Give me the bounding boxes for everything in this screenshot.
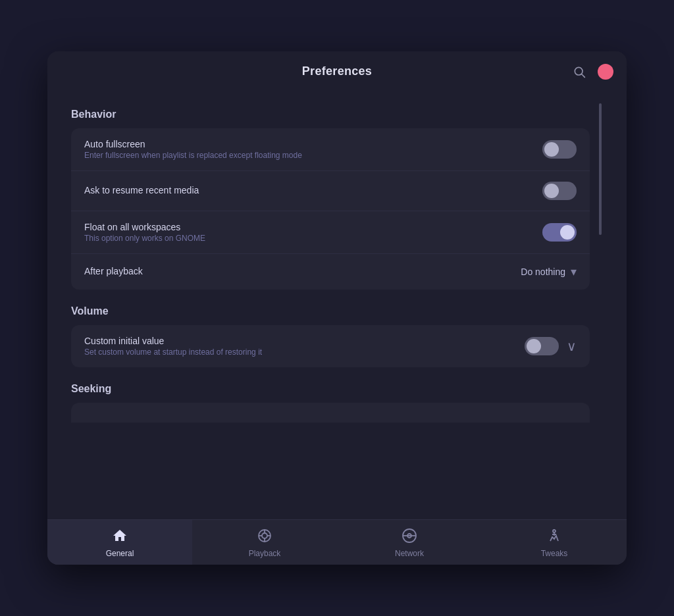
auto-fullscreen-label: Auto fullscreen (84, 139, 542, 149)
search-icon (573, 65, 586, 78)
nav-tweaks[interactable]: Tweaks (482, 520, 627, 565)
after-playback-value: Do nothing (521, 267, 565, 277)
after-playback-dropdown[interactable]: Do nothing ▾ (521, 265, 577, 279)
content-area: Behavior Auto fullscreen Enter fullscree… (47, 91, 627, 519)
network-icon (402, 528, 417, 546)
titlebar-actions (570, 63, 613, 81)
nav-general[interactable]: General (47, 520, 192, 565)
after-playback-label: After playback (84, 266, 521, 276)
preferences-window: Preferences Behavior Auto fullscreen En (47, 51, 627, 565)
custom-volume-toggle[interactable] (525, 337, 559, 355)
ask-resume-toggle[interactable] (542, 182, 577, 200)
ask-resume-label: Ask to resume recent media (84, 185, 542, 195)
playback-icon (257, 528, 272, 546)
ask-resume-slider (542, 182, 577, 200)
ask-resume-text: Ask to resume recent media (84, 185, 542, 197)
custom-volume-item: Custom initial value Set custom volume a… (71, 325, 590, 367)
auto-fullscreen-text: Auto fullscreen Enter fullscreen when pl… (84, 139, 542, 160)
volume-group: Custom initial value Set custom volume a… (71, 325, 590, 367)
auto-fullscreen-item: Auto fullscreen Enter fullscreen when pl… (71, 128, 590, 171)
nav-tweaks-label: Tweaks (541, 549, 568, 558)
titlebar: Preferences (47, 51, 627, 91)
float-workspaces-text: Float on all workspaces This option only… (84, 222, 542, 243)
custom-volume-text: Custom initial value Set custom volume a… (84, 336, 525, 357)
nav-network[interactable]: Network (337, 520, 482, 565)
volume-section-title: Volume (71, 305, 590, 317)
float-workspaces-toggle[interactable] (542, 223, 577, 242)
window-title: Preferences (302, 64, 372, 78)
close-button[interactable] (598, 64, 613, 80)
nav-playback[interactable]: Playback (192, 520, 337, 565)
behavior-section-title: Behavior (71, 109, 590, 120)
scrollbar-track (598, 98, 603, 506)
seeking-section-title: Seeking (71, 383, 590, 395)
bottom-nav: General Playback (47, 519, 627, 565)
float-workspaces-label: Float on all workspaces (84, 222, 542, 232)
home-icon (112, 528, 128, 546)
custom-volume-slider (525, 337, 559, 355)
custom-volume-desc: Set custom volume at startup instead of … (84, 347, 525, 357)
after-playback-text: After playback (84, 266, 521, 278)
nav-network-label: Network (395, 549, 424, 558)
volume-controls: ∨ (525, 337, 577, 355)
svg-line-1 (582, 74, 585, 77)
float-workspaces-desc: This option only works on GNOME (84, 234, 542, 243)
float-workspaces-slider (542, 223, 577, 242)
scrollbar-thumb[interactable] (599, 103, 602, 235)
auto-fullscreen-toggle[interactable] (542, 140, 577, 159)
auto-fullscreen-slider (542, 140, 577, 159)
nav-general-label: General (106, 549, 134, 558)
float-workspaces-item: Float on all workspaces This option only… (71, 211, 590, 254)
volume-expand-button[interactable]: ∨ (567, 338, 577, 354)
after-playback-item: After playback Do nothing ▾ (71, 254, 590, 290)
main-content: Behavior Auto fullscreen Enter fullscree… (71, 98, 598, 506)
ask-resume-item: Ask to resume recent media (71, 171, 590, 211)
seeking-group-partial (71, 403, 590, 423)
svg-point-3 (262, 533, 267, 538)
dropdown-arrow-icon: ▾ (571, 265, 577, 279)
chevron-down-icon: ∨ (567, 338, 577, 354)
custom-volume-label: Custom initial value (84, 336, 525, 346)
search-button[interactable] (570, 63, 588, 81)
behavior-group: Auto fullscreen Enter fullscreen when pl… (71, 128, 590, 290)
auto-fullscreen-desc: Enter fullscreen when playlist is replac… (84, 151, 542, 160)
nav-playback-label: Playback (249, 549, 281, 558)
svg-point-10 (553, 530, 556, 532)
tweaks-icon (546, 528, 562, 546)
